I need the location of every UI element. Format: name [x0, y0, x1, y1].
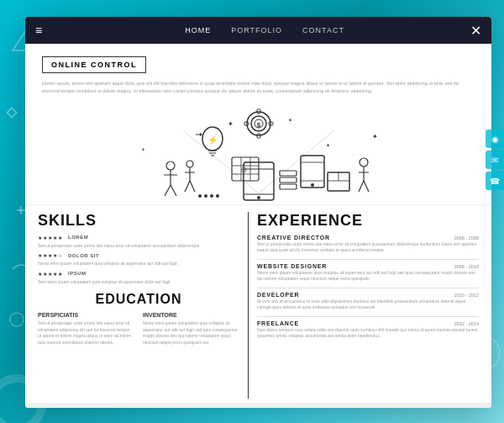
exp-header-4: FREELANCE 2012 - 2014 — [257, 320, 479, 326]
skill-item-2: ★★★★☆ DOLOR SIT — [38, 252, 239, 258]
skill-desc-2: Nemo enim ipsam voluptatem quia voluptas… — [38, 261, 239, 267]
email-icon[interactable]: ✉ — [486, 151, 504, 169]
exp-divider-1 — [257, 259, 479, 260]
nav-bar: ≡ HOME PORTFOLIO CONTACT ✕ — [25, 17, 491, 44]
exp-desc-2: Nemo enim ipsam voluptatem quia voluptas… — [257, 270, 479, 283]
edu-col-2-text: Nemo enim ipsam voluptatem quia voluptas… — [143, 320, 239, 346]
exp-desc-3: At vero eos et accusamus et iusto odio d… — [257, 299, 479, 311]
svg-point-46 — [166, 161, 175, 170]
exp-year-4: 2012 - 2014 — [454, 321, 479, 326]
svg-point-84 — [210, 194, 213, 198]
online-control-badge: ONLINE CONTROL — [42, 56, 146, 73]
exp-divider-3 — [257, 316, 479, 317]
education-title: EDUCATION — [38, 292, 239, 307]
exp-year-3: 2010 - 2012 — [454, 293, 479, 298]
white-section: ONLINE CONTROL Donec iaculis, lorem rem … — [25, 44, 491, 103]
edu-col-1: PERSPICIATIS Sed ut perspiciatis unde om… — [38, 312, 134, 346]
svg-point-82 — [198, 194, 202, 198]
exp-header-1: CREATIVE DIRECTOR 2006 - 2008 — [257, 235, 479, 241]
nav-link-contact[interactable]: CONTACT — [302, 26, 344, 34]
svg-point-30 — [257, 196, 260, 199]
skill-stars-3: ★★★★★ — [38, 271, 63, 277]
exp-year-1: 2006 - 2008 — [454, 235, 479, 241]
edu-col-1-text: Sed ut perspiciatis unde omnis iste natu… — [38, 320, 134, 346]
skill-desc-3: Sed nemo ipsam voluptatem quia voluptas … — [38, 279, 239, 286]
content-area: ONLINE CONTROL Donec iaculis, lorem rem … — [25, 44, 491, 408]
close-button[interactable]: ✕ — [470, 23, 481, 39]
svg-text:✦: ✦ — [372, 133, 378, 140]
svg-rect-70 — [280, 177, 297, 182]
skill-name-3: IPSUM — [68, 271, 87, 276]
side-icon-panel: ◉ ✉ ☎ — [486, 130, 504, 190]
svg-line-55 — [190, 181, 195, 192]
svg-line-76 — [364, 181, 369, 192]
svg-line-54 — [185, 181, 190, 192]
skills-title: SKILLS — [38, 212, 239, 230]
phone-icon[interactable]: ☎ — [486, 172, 504, 190]
svg-text:✦: ✦ — [288, 118, 292, 123]
svg-line-50 — [171, 185, 176, 196]
svg-text:✦: ✦ — [141, 147, 145, 152]
skill-desc-1: Sed ut perspiciatis unde omnis iste natu… — [38, 243, 239, 250]
nav-link-home[interactable]: HOME — [185, 26, 211, 34]
svg-text:$: $ — [256, 121, 260, 129]
hamburger-icon[interactable]: ≡ — [35, 24, 42, 37]
svg-text:✦: ✦ — [228, 120, 234, 128]
browser-card: ≡ HOME PORTFOLIO CONTACT ✕ ONLINE CONTRO… — [25, 17, 491, 408]
svg-point-72 — [360, 158, 368, 167]
exp-entry-3: DEVELOPER 2010 - 2012 At vero eos et acc… — [257, 292, 479, 311]
illustration-area: $ ⚡ — [25, 103, 491, 204]
svg-rect-69 — [280, 171, 297, 176]
exp-entry-4: FREELANCE 2012 - 2014 Nam libero tempore… — [257, 320, 479, 340]
skill-item-3: ★★★★★ IPSUM — [38, 271, 239, 277]
svg-text:⊕: ⊕ — [240, 165, 247, 174]
svg-point-65 — [311, 183, 314, 187]
edu-col-2-title: INVENTORE — [143, 312, 239, 318]
resume-columns: SKILLS ★★★★★ LOREM Sed ut perspiciatis u… — [38, 212, 479, 399]
exp-entry-1: CREATIVE DIRECTOR 2006 - 2008 Sed ut per… — [257, 235, 479, 254]
svg-marker-45 — [200, 133, 202, 136]
resume-right: EXPERIENCE CREATIVE DIRECTOR 2006 - 2008… — [249, 212, 479, 399]
wifi-icon[interactable]: ◉ — [486, 130, 504, 148]
skill-item-1: ★★★★★ LOREM — [38, 235, 239, 241]
nav-link-portfolio[interactable]: PORTFOLIO — [231, 26, 282, 34]
exp-desc-4: Nam libero tempore cum soluta nobis est … — [257, 327, 479, 340]
svg-rect-71 — [280, 184, 297, 189]
exp-header-3: DEVELOPER 2010 - 2012 — [257, 292, 479, 298]
exp-title-1: CREATIVE DIRECTOR — [257, 235, 330, 241]
svg-text:⚡: ⚡ — [207, 135, 218, 145]
skill-name-1: LOREM — [68, 235, 88, 240]
svg-rect-62 — [301, 156, 324, 188]
exp-header-2: WEBSITE DESIGNER 2008 - 2010 — [257, 263, 479, 269]
exp-year-2: 2008 - 2010 — [454, 264, 479, 269]
education-columns: PERSPICIATIS Sed ut perspiciatis unde om… — [38, 312, 239, 346]
exp-title-4: FREELANCE — [257, 320, 299, 326]
skill-name-2: DOLOR SIT — [68, 253, 99, 258]
svg-point-3 — [10, 313, 24, 326]
exp-desc-1: Sed ut perspiciatis unde omnis iste natu… — [257, 241, 479, 254]
svg-line-49 — [165, 185, 171, 196]
svg-text:✦: ✦ — [326, 143, 330, 148]
svg-point-85 — [216, 194, 219, 198]
skill-stars-1: ★★★★★ — [38, 235, 63, 241]
nav-links: HOME PORTFOLIO CONTACT — [59, 26, 470, 34]
svg-point-51 — [186, 161, 193, 167]
svg-point-83 — [204, 194, 207, 198]
svg-line-75 — [359, 181, 364, 192]
edu-col-2: INVENTORE Nemo enim ipsam voluptatem qui… — [143, 312, 239, 346]
intro-text: Donec iaculis, lorem rem aperiam atque d… — [42, 80, 475, 95]
resume-left: SKILLS ★★★★★ LOREM Sed ut perspiciatis u… — [38, 212, 249, 399]
exp-divider-2 — [257, 288, 479, 288]
resume-section: SKILLS ★★★★★ LOREM Sed ut perspiciatis u… — [25, 204, 491, 403]
bottom-bar — [25, 403, 491, 408]
experience-title: EXPERIENCE — [257, 212, 479, 230]
exp-entry-2: WEBSITE DESIGNER 2008 - 2010 Nemo enim i… — [257, 263, 479, 283]
exp-title-2: WEBSITE DESIGNER — [257, 263, 327, 269]
skills-list: ★★★★★ LOREM Sed ut perspiciatis unde omn… — [38, 235, 239, 286]
edu-col-1-title: PERSPICIATIS — [38, 312, 134, 318]
illustration-svg: $ ⚡ — [116, 105, 402, 202]
svg-rect-5 — [7, 108, 16, 117]
exp-title-3: DEVELOPER — [257, 292, 299, 298]
skill-stars-2: ★★★★☆ — [38, 252, 63, 258]
